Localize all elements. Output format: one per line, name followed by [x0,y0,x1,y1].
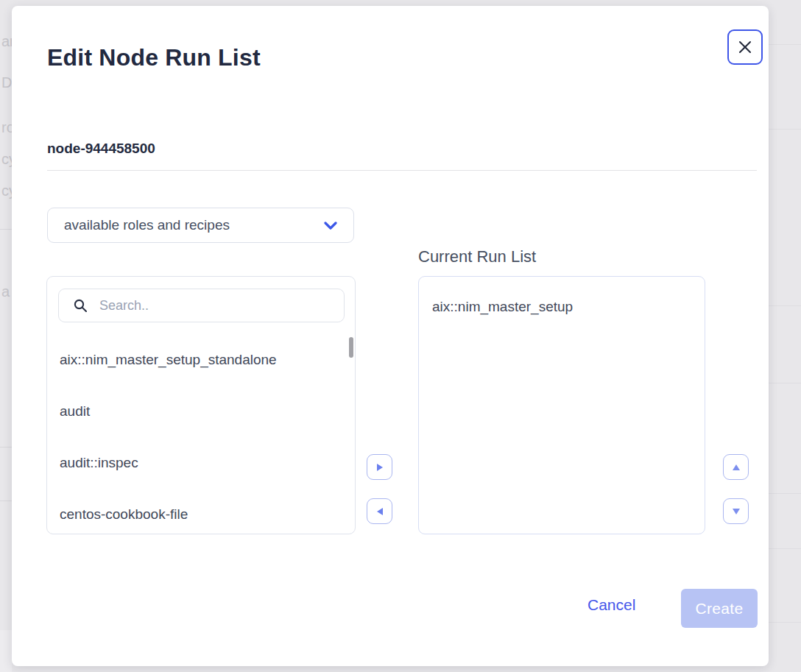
close-icon [738,40,752,54]
triangle-down-icon [733,509,740,514]
divider [769,129,801,130]
current-run-list-heading: Current Run List [418,247,536,266]
divider [769,44,801,45]
available-items-list: aix::nim_master_setup_standalone audit a… [47,334,355,534]
available-items-panel: aix::nim_master_setup_standalone audit a… [46,276,356,534]
search-input[interactable] [99,289,344,322]
triangle-right-icon [377,464,383,471]
create-button[interactable]: Create [681,589,758,628]
scrollbar-thumb[interactable] [349,337,353,358]
close-button[interactable] [727,29,763,65]
divider [47,170,757,171]
divider [0,501,12,501]
run-list-item[interactable]: aix::nim_master_setup [432,299,705,315]
divider [0,229,12,230]
triangle-up-icon [733,464,740,470]
list-item[interactable]: centos-cookbook-file [47,489,355,534]
background-footer [0,630,12,672]
list-item[interactable]: audit [47,386,355,437]
available-roles-recipes-dropdown[interactable]: available roles and recipes [47,208,354,243]
list-item[interactable]: aix::nim_master_setup_standalone [47,334,355,386]
current-run-list-panel: aix::nim_master_setup [418,276,705,534]
move-left-button[interactable] [367,498,392,524]
move-up-button[interactable] [723,454,749,480]
divider [769,493,801,494]
move-down-button[interactable] [723,498,749,524]
edit-node-run-list-modal: Edit Node Run List node-944458500 availa… [12,6,769,666]
chevron-down-icon [324,222,337,230]
divider [769,622,801,623]
list-item[interactable]: audit::inspec [47,437,355,489]
divider [769,548,801,549]
dropdown-selected-value: available roles and recipes [64,217,324,233]
divider [769,383,801,383]
search-icon [74,299,88,313]
node-name-label: node-944458500 [47,141,155,157]
divider [769,305,801,306]
triangle-left-icon [377,508,383,515]
search-field [58,289,345,322]
divider [0,447,12,448]
modal-title: Edit Node Run List [47,44,261,71]
cancel-button[interactable]: Cancel [587,596,635,614]
move-right-button[interactable] [367,454,392,480]
sidebar-fragment: a [1,283,10,300]
